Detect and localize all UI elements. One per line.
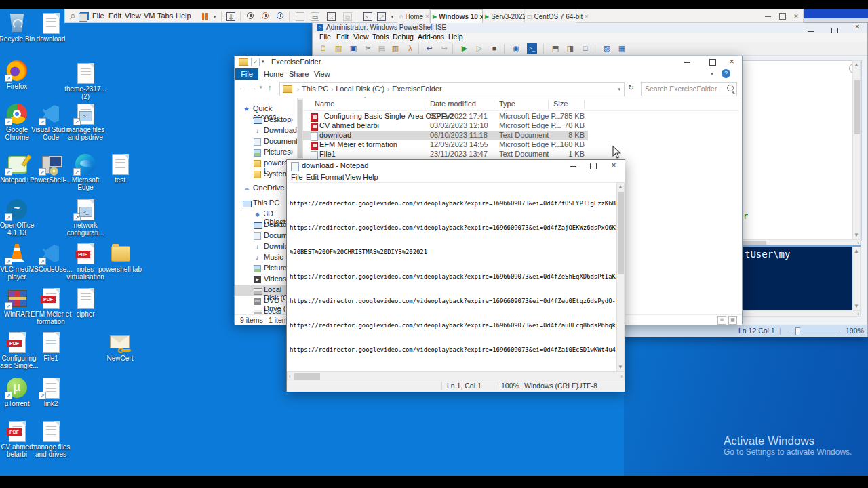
run-selection-icon[interactable]: ▷	[474, 43, 485, 54]
cut-icon[interactable]: ✂	[363, 43, 374, 54]
vm-tab-centos7[interactable]: ▢ CentOS 7 64-bit×	[525, 9, 576, 23]
show-script-pane-icon[interactable]: ▧	[601, 43, 612, 54]
notepad-menu-view[interactable]: View	[345, 173, 361, 181]
notepad-text-area[interactable]: https://redirector.googlevideo.com/video…	[290, 183, 616, 371]
script-pane-top-icon[interactable]: ⬒	[550, 43, 561, 54]
ise-titlebar[interactable]: > Administrator: Windows PowerShell ISE …	[313, 23, 867, 33]
explorer-maximize-button[interactable]	[703, 56, 723, 68]
suspend-vm-icon[interactable]	[201, 12, 210, 21]
show-thumbnail-bar-icon[interactable]: ▭	[311, 12, 319, 21]
notepad-vscrollbar[interactable]: ▲ ▼	[616, 182, 625, 371]
close-tab-icon[interactable]: ×	[585, 13, 588, 20]
desktop-icon-theme-2317[interactable]: theme-2317... (2)	[64, 62, 107, 100]
view-dropdown-icon[interactable]: ▾	[388, 12, 397, 21]
close-tab-icon[interactable]: ×	[425, 13, 429, 20]
start-powershell-icon[interactable]: >_	[527, 43, 537, 54]
new-script-icon[interactable]: 🗋	[318, 43, 329, 54]
desktop-icon-file1[interactable]: File1	[29, 331, 73, 362]
desktop-icon-manage-files-psdrive[interactable]: >_ manage files and psdrive	[64, 103, 107, 141]
send-ctrl-alt-del-icon[interactable]: ⇩	[226, 12, 235, 21]
notepad-minimize-button[interactable]	[563, 160, 583, 172]
breadcrumb-local-disk[interactable]: Local Disk (C:)	[336, 85, 384, 93]
breadcrumb-this-pc[interactable]: This PC	[302, 85, 328, 93]
forward-icon[interactable]: →	[250, 83, 257, 92]
desktop-icon-newcert[interactable]: NewCert	[98, 331, 142, 362]
desktop-icon-manage-files-drives[interactable]: manage files and drives	[29, 420, 73, 458]
address-dropdown-icon[interactable]: ▾	[618, 87, 620, 92]
script-pane-right-icon[interactable]: ◨	[565, 43, 576, 54]
ise-menu-help[interactable]: Help	[448, 33, 463, 41]
vm-tab-home[interactable]: ⌂ Home×	[397, 9, 430, 23]
ribbon-tab-file[interactable]: File	[235, 68, 258, 80]
show-console-pane-icon[interactable]: ▦	[616, 43, 627, 54]
pin-toolbar-icon[interactable]: ⚲	[66, 10, 78, 22]
sidebar-item-desktop[interactable]: Desktop⚲	[235, 115, 297, 126]
file-row-efm[interactable]: EFM Méier et formation 12/09/2023 14:55 …	[303, 140, 588, 150]
address-bar[interactable]: ›This PC›Local Disk (C:)›ExerciseFolder …	[279, 82, 625, 96]
ribbon-tab-home[interactable]: Home	[264, 70, 283, 78]
fit-guest-icon[interactable]: ⤢	[377, 12, 386, 21]
zoom-slider-thumb[interactable]	[795, 327, 800, 336]
notepad-close-button[interactable]: ×	[604, 160, 624, 172]
console-view-icon[interactable]: >_	[363, 12, 372, 21]
file-row-download-selected[interactable]: download 06/10/2023 11:18 Text Document …	[303, 131, 588, 140]
notepad-menu-file[interactable]: File	[291, 173, 303, 181]
sidebar-item-pictures[interactable]: Pictures⚲	[235, 148, 297, 159]
notepad-hscrollbar[interactable]: ‹ ›	[287, 371, 625, 380]
desktop-icon-cipher[interactable]: cipher	[64, 287, 107, 318]
column-header-type[interactable]: Type	[499, 100, 515, 108]
desktop-icon-network-configuration[interactable]: >_ network configurati...	[64, 199, 107, 237]
revert-snapshot-icon[interactable]	[262, 12, 269, 19]
stop-icon[interactable]: ■	[489, 43, 500, 54]
desktop-icon-link2[interactable]: link2	[29, 377, 73, 407]
vm-menu-view[interactable]: View	[125, 12, 141, 20]
vm-menu-tabs[interactable]: Tabs	[157, 12, 173, 20]
vm-tab-serv3-2022[interactable]: ▶ Serv3-2022×	[483, 9, 525, 23]
back-icon[interactable]: ←	[239, 83, 246, 92]
desktop-icon-firefox[interactable]: Firefox	[0, 60, 39, 90]
ise-menu-view[interactable]: View	[353, 33, 369, 41]
desktop-icon-openoffice[interactable]: ~ OpenOffice 4.1.13	[0, 199, 39, 237]
run-script-icon[interactable]: ▶	[459, 43, 470, 54]
vm-menu-vm[interactable]: VM	[144, 12, 155, 20]
script-pane-max-icon[interactable]: □	[580, 43, 591, 54]
script-pane-vscrollbar[interactable]: ▲ ▼	[852, 60, 861, 239]
unity-mode-icon[interactable]: ⧉	[343, 12, 352, 21]
recent-locations-icon[interactable]: ▾	[260, 85, 262, 90]
vmware-close-button[interactable]: ×	[791, 12, 802, 21]
file-row-ospf[interactable]: - Configuring Basic Single-Area OSPFv2 3…	[303, 112, 588, 121]
take-snapshot-icon[interactable]	[247, 12, 254, 19]
file-row-file1[interactable]: File1 23/11/2023 13:47 Text Document 1 K…	[303, 150, 588, 159]
up-icon[interactable]: ↑	[268, 83, 272, 92]
quick-access-properties-icon[interactable]: ✓	[251, 58, 260, 66]
notepad-menu-help[interactable]: Help	[363, 173, 378, 181]
column-header-size[interactable]: Size	[553, 100, 568, 108]
notepad-titlebar[interactable]: download - Notepad ×	[287, 160, 625, 172]
ise-menu-addons[interactable]: Add-ons	[418, 33, 444, 41]
vmware-restore-button[interactable]	[777, 12, 788, 21]
notepad-menu-format[interactable]: Format	[321, 173, 344, 181]
qat-dropdown-icon[interactable]: ▾	[262, 59, 264, 64]
vm-menu-help[interactable]: Help	[176, 12, 191, 20]
vm-tab-windows10[interactable]: ▶ Windows 10 x64×	[430, 9, 483, 23]
vm-menu-edit[interactable]: Edit	[108, 12, 121, 20]
notepad-maximize-button[interactable]	[583, 160, 604, 172]
explorer-titlebar[interactable]: ✓ ▾ ExerciseFolder ×	[235, 56, 742, 68]
search-box[interactable]: Search ExerciseFolder	[641, 82, 737, 96]
redo-icon[interactable]: ↪	[439, 43, 450, 54]
sidebar-item-downloads[interactable]: ↓Downloads⚲	[235, 126, 297, 137]
vmware-minimize-button[interactable]	[762, 12, 773, 21]
open-script-icon[interactable]: ▨	[333, 43, 344, 54]
desktop-icon-powershell-lab[interactable]: powershell lab	[98, 243, 142, 273]
show-library-icon[interactable]	[296, 12, 304, 21]
manage-snapshots-icon[interactable]	[277, 12, 283, 19]
file-row-cv[interactable]: CV ahmed belarbi 03/02/2023 12:10 Micros…	[303, 121, 588, 131]
details-view-icon[interactable]: ≣	[717, 316, 726, 325]
explorer-close-button[interactable]: ×	[722, 56, 742, 68]
column-header-name[interactable]: Name	[315, 100, 334, 108]
console-vscrollbar[interactable]: ▲ ▼	[852, 247, 861, 310]
power-dropdown-icon[interactable]: ▾	[210, 12, 219, 21]
sidebar-item-documents[interactable]: Documents⚲	[235, 137, 297, 148]
ribbon-expand-icon[interactable]: ▾	[711, 70, 713, 77]
desktop-icon-test[interactable]: test	[98, 153, 142, 184]
